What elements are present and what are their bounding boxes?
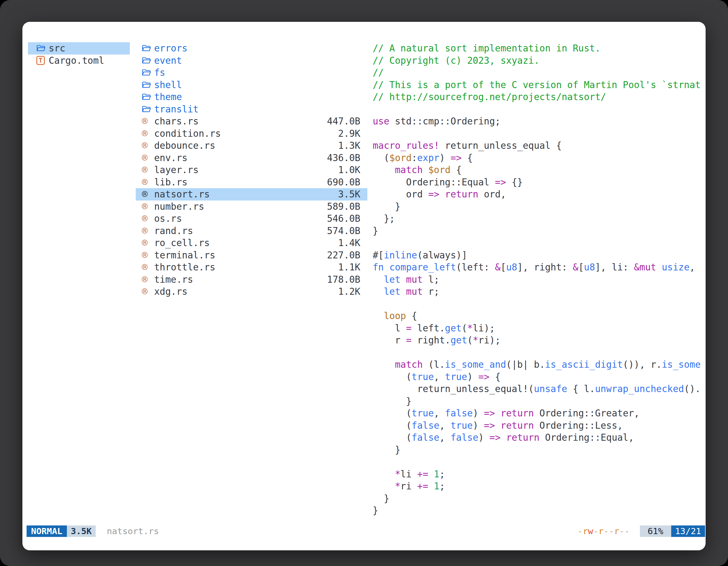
file-name: errors: [154, 42, 187, 55]
code-line: };: [373, 213, 706, 225]
file-name: condition.rs: [154, 128, 221, 140]
file-size: 227.0B: [327, 249, 360, 262]
rust-file-icon: ®: [142, 140, 154, 152]
file-size-badge: 3.5K: [67, 525, 96, 537]
file-row[interactable]: ®terminal.rs227.0B: [136, 249, 367, 262]
folder-icon: [142, 69, 154, 76]
folder-icon: [142, 44, 154, 52]
file-row[interactable]: ®env.rs436.0B: [136, 152, 367, 164]
rust-file-icon: ®: [142, 176, 154, 189]
file-row[interactable]: ®rand.rs574.0B: [136, 225, 367, 237]
cursor-position-badge: 13/21: [671, 525, 705, 537]
code-line: let mut l;: [373, 274, 706, 286]
parent-directory-pane: srcTCargo.toml: [28, 42, 130, 67]
file-name: env.rs: [154, 152, 187, 164]
code-line: // This is a port of the C version of Ma…: [373, 79, 706, 91]
file-row[interactable]: ®time.rs178.0B: [136, 274, 367, 286]
code-line: match (l.is_some_and(|b| b.is_ascii_digi…: [373, 358, 706, 371]
folder-row[interactable]: src: [28, 42, 130, 55]
file-name: ro_cell.rs: [154, 237, 210, 249]
file-name: translit: [154, 103, 199, 116]
folder-row[interactable]: event: [136, 55, 367, 67]
code-line: macro_rules! return_unless_equal {: [373, 140, 706, 152]
code-line: }: [373, 504, 706, 517]
file-name: terminal.rs: [154, 249, 215, 262]
file-row[interactable]: ®condition.rs2.9K: [136, 128, 367, 140]
code-line: [373, 456, 706, 468]
rust-file-icon: ®: [142, 115, 154, 128]
file-name: number.rs: [154, 201, 204, 213]
code-line: *li += 1;: [373, 468, 706, 480]
code-line: loop {: [373, 310, 706, 322]
code-line: let mut r;: [373, 285, 706, 298]
mode-indicator: NORMAL: [27, 525, 67, 537]
rust-file-icon: ®: [142, 285, 154, 298]
file-row[interactable]: ®debounce.rs1.3K: [136, 140, 367, 152]
code-line: [373, 128, 706, 140]
file-size: 1.1K: [338, 261, 360, 274]
code-line: [373, 298, 706, 310]
file-row[interactable]: ®xdg.rs1.2K: [136, 285, 367, 298]
file-row[interactable]: ®layer.rs1.0K: [136, 164, 367, 176]
code-preview: // A natural sort implementation in Rust…: [373, 42, 706, 517]
file-row[interactable]: ®natsort.rs3.5K: [136, 188, 367, 201]
file-name: Cargo.toml: [49, 55, 104, 67]
file-row[interactable]: ®lib.rs690.0B: [136, 176, 367, 189]
file-size: 690.0B: [327, 176, 360, 189]
rust-file-icon: ®: [142, 164, 154, 176]
code-line: [373, 103, 706, 116]
file-name: rand.rs: [154, 225, 193, 237]
folder-row[interactable]: theme: [136, 91, 367, 103]
scroll-percentage-badge: 61%: [640, 525, 671, 537]
code-line: (true, false) => return Ordering::Greate…: [373, 407, 706, 419]
code-line: (false, false) => return Ordering::Equal…: [373, 431, 706, 444]
file-row[interactable]: ®number.rs589.0B: [136, 201, 367, 213]
rust-file-icon: ®: [142, 128, 154, 140]
file-name: throttle.rs: [154, 261, 215, 274]
file-row[interactable]: ®ro_cell.rs1.4K: [136, 237, 367, 249]
status-bar-right: -rw-r--r-- 61% 13/21: [577, 525, 705, 537]
file-size: 447.0B: [327, 115, 360, 128]
file-row[interactable]: ®throttle.rs1.1K: [136, 261, 367, 274]
folder-row[interactable]: fs: [136, 67, 367, 79]
file-row[interactable]: ®chars.rs447.0B: [136, 115, 367, 128]
file-size: 3.5K: [338, 188, 360, 201]
file-size: 436.0B: [327, 152, 360, 164]
file-preview-pane: // A natural sort implementation in Rust…: [373, 42, 706, 520]
file-size: 546.0B: [327, 213, 360, 225]
code-line: // http://sourcefrog.net/projects/natsor…: [373, 91, 706, 103]
file-row[interactable]: ®os.rs546.0B: [136, 213, 367, 225]
file-size: 589.0B: [327, 201, 360, 213]
file-name: src: [49, 42, 65, 55]
file-name: xdg.rs: [154, 285, 187, 298]
rust-file-icon: ®: [142, 152, 154, 164]
code-line: Ordering::Equal => {}: [373, 176, 706, 189]
code-line: #[inline(always)]: [373, 249, 706, 262]
code-line: // A natural sort implementation in Rust…: [373, 42, 706, 55]
file-name: natsort.rs: [154, 188, 210, 201]
code-line: (true, true) => {: [373, 371, 706, 383]
code-line: fn compare_left(left: &[u8], right: &[u8…: [373, 261, 706, 274]
file-name: layer.rs: [154, 164, 199, 176]
code-line: match $ord {: [373, 164, 706, 176]
code-line: }: [373, 492, 706, 505]
folder-row[interactable]: errors: [136, 42, 367, 55]
code-line: ($ord:expr) => {: [373, 152, 706, 164]
code-line: }: [373, 225, 706, 237]
code-line: use std::cmp::Ordering;: [373, 115, 706, 128]
folder-row[interactable]: shell: [136, 79, 367, 91]
rust-file-icon: ®: [142, 249, 154, 262]
code-line: ord => return ord,: [373, 188, 706, 201]
folder-row[interactable]: translit: [136, 103, 367, 116]
file-row[interactable]: TCargo.toml: [28, 55, 130, 67]
code-line: [373, 346, 706, 359]
file-size: 1.3K: [338, 140, 360, 152]
file-name: theme: [154, 91, 182, 103]
file-size: 574.0B: [327, 225, 360, 237]
rust-file-icon: ®: [142, 274, 154, 286]
yazi-file-manager-window: srcTCargo.toml errorseventfsshellthemetr…: [22, 22, 706, 550]
file-size: 1.0K: [338, 164, 360, 176]
code-line: return_unless_equal!(unsafe { l.unwrap_u…: [373, 383, 706, 395]
code-line: r = right.get(*ri);: [373, 334, 706, 346]
rust-file-icon: ®: [142, 201, 154, 213]
